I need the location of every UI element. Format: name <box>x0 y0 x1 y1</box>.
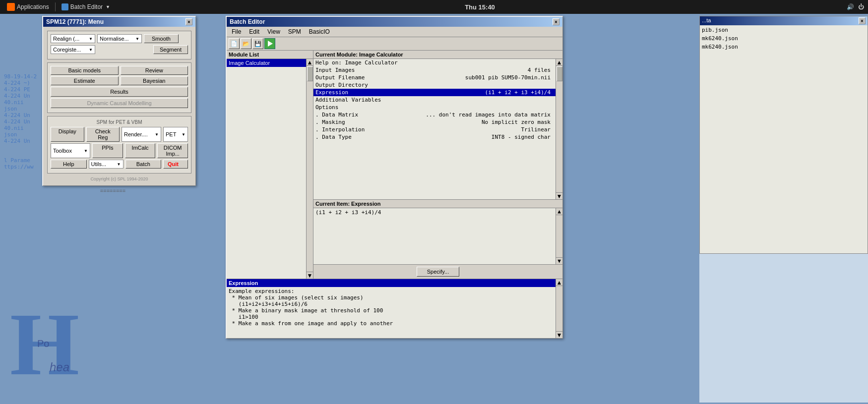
pet-row-3: Help Utils... ▼ Batch Quit <box>51 160 188 169</box>
dicom-button[interactable]: DICOM Imp... <box>157 143 188 158</box>
menu-basicio[interactable]: BasicIO <box>307 28 332 36</box>
render-dropdown[interactable]: Render.... ▼ <box>122 127 161 142</box>
prop-row-options[interactable]: Options <box>313 104 562 111</box>
dynamic-causal-button[interactable]: Dynamic Causal Modelling <box>51 98 188 108</box>
prop-row-data-matrix[interactable]: . Data Matrix ... don't read images into… <box>313 111 562 118</box>
separator-line: ======== <box>4 188 222 194</box>
batch-main-content: Module List Image Calculator ▲ ▼ Current… <box>227 51 562 279</box>
toolbox-dropdown[interactable]: Toolbox ▼ <box>51 143 90 158</box>
prop-row-output-dir[interactable]: Output Directory <box>313 81 562 89</box>
taskbar-left: Applications Batch Editor ▼ <box>4 2 113 12</box>
props-scrollbar[interactable]: ▲ ▼ <box>556 59 562 199</box>
help-scrollbar-down[interactable]: ▼ <box>556 331 562 338</box>
prop-value-interpolation: Trilinear <box>405 126 560 133</box>
current-module-title: Current Module: Image Calculator <box>313 51 562 59</box>
volume-icon[interactable]: 🔊 <box>847 3 854 10</box>
help-button[interactable]: Help <box>51 160 87 169</box>
model-row-1: Basic models Review <box>51 66 188 75</box>
applications-menu[interactable]: Applications <box>4 2 52 12</box>
estimate-button[interactable]: Estimate <box>51 76 119 85</box>
scrollbar-down-button[interactable]: ▼ <box>307 272 313 279</box>
help-panel-scrollbar[interactable]: ▲ ▼ <box>556 279 562 338</box>
scrollbar-up-button[interactable]: ▲ <box>307 59 313 66</box>
spm-menu-close[interactable]: × <box>186 18 192 25</box>
coregister-label: Coregiste... <box>53 47 81 53</box>
prop-label-help: Help on: Image Calculator <box>315 59 405 66</box>
check-reg-button[interactable]: Check Reg <box>86 127 120 142</box>
module-list-scroll[interactable]: Image Calculator ▲ ▼ <box>227 59 313 279</box>
pet-arrow-icon: ▼ <box>182 132 186 137</box>
smooth-button[interactable]: Smooth <box>144 34 179 43</box>
prop-label-options: Options <box>315 104 405 111</box>
power-icon[interactable]: ⏻ <box>858 3 864 10</box>
normalise-dropdown[interactable]: Normalise... ▼ <box>97 34 142 43</box>
normalise-label: Normalise... <box>100 36 129 42</box>
taskbar-divider <box>55 2 56 11</box>
menu-file[interactable]: File <box>230 28 243 36</box>
scrollbar-thumb[interactable] <box>307 66 313 81</box>
spm-pet-section: SPM for PET & VBM Display Check Reg Rend… <box>47 116 191 173</box>
toolbar-open-button[interactable]: 📂 <box>241 38 251 49</box>
props-scrollbar-thumb[interactable] <box>557 66 562 81</box>
menu-edit[interactable]: Edit <box>247 28 261 36</box>
batch-toolbar: 📄 📂 💾 <box>227 37 562 51</box>
segment-button[interactable]: Segment <box>153 45 188 54</box>
specify-button[interactable]: Specify... <box>417 267 459 277</box>
taskbar: Applications Batch Editor ▼ Thu 15:40 🔊 … <box>0 0 868 14</box>
current-item-scrollbar-top[interactable]: ▲ <box>556 208 562 236</box>
taskbar-time: Thu 15:40 <box>465 3 495 11</box>
realign-dropdown[interactable]: Realign (... ▼ <box>51 34 95 43</box>
item-scrollbar-down[interactable]: ▼ <box>556 257 562 264</box>
toolbar-save-button[interactable]: 💾 <box>252 38 263 49</box>
batch-editor-taskbar[interactable]: Batch Editor ▼ <box>59 2 113 11</box>
prop-row-input-images[interactable]: Input Images 4 files <box>313 66 562 74</box>
current-item-scrollbar-bottom[interactable]: ▼ <box>556 236 562 265</box>
batch-editor-title: Batch Editor <box>230 18 265 25</box>
menu-view[interactable]: View <box>265 28 282 36</box>
module-list-panel: Module List Image Calculator ▲ ▼ <box>227 51 313 279</box>
props-scrollbar-up[interactable]: ▲ <box>556 59 562 66</box>
spm-menu-window: SPM12 (7771): Menu × Realign (... ▼ Norm… <box>42 16 196 186</box>
ppis-button[interactable]: PPIs <box>92 143 123 158</box>
right-panel-window: ...ta × pib.json mk6240.json mk6240.json <box>699 16 868 254</box>
prop-row-help[interactable]: Help on: Image Calculator <box>313 59 562 66</box>
props-scrollbar-down[interactable]: ▼ <box>556 192 562 199</box>
prop-row-expression[interactable]: Expression (i1 + i2 + i3 +i4)/4 <box>313 89 562 96</box>
results-button[interactable]: Results <box>51 87 188 97</box>
module-list-scrollbar[interactable]: ▲ ▼ <box>306 59 313 279</box>
quit-button[interactable]: Quit <box>163 160 188 169</box>
realign-label: Realign (... <box>53 36 79 42</box>
menu-spm[interactable]: SPM <box>286 28 303 36</box>
toolbar-run-button[interactable] <box>264 38 275 49</box>
help-scrollbar-up[interactable]: ▲ <box>556 279 562 286</box>
utils-dropdown[interactable]: Utils... ▼ <box>89 160 124 169</box>
coregister-dropdown[interactable]: Coregiste... ▼ <box>51 45 95 54</box>
module-item-image-calculator[interactable]: Image Calculator <box>227 59 313 67</box>
prop-row-output-filename[interactable]: Output Filename sub001 pib SUM50-70min.n… <box>313 74 562 81</box>
prop-row-masking[interactable]: . Masking No implicit zero mask <box>313 118 562 126</box>
prop-row-additional-vars[interactable]: Additional Variables <box>313 96 562 104</box>
batch-button[interactable]: Batch <box>125 160 162 169</box>
batch-editor-label: Batch Editor <box>70 3 103 10</box>
pet-row-2: Toolbox ▼ PPIs ImCalc DICOM Imp... <box>51 143 188 158</box>
pet-dropdown[interactable]: PET ▼ <box>163 127 188 142</box>
review-button[interactable]: Review <box>121 66 188 75</box>
display-button[interactable]: Display <box>51 127 84 142</box>
item-scrollbar-up[interactable]: ▲ <box>556 208 562 215</box>
spm-menu-body: Realign (... ▼ Normalise... ▼ Smooth Cor… <box>43 27 195 185</box>
imcalc-button[interactable]: ImCalc <box>125 143 156 158</box>
right-panel-close[interactable]: × <box>859 17 866 24</box>
toolbar-new-button[interactable]: 📄 <box>229 38 240 49</box>
prop-label-input: Input Images <box>315 67 405 73</box>
prop-value-data-type: INT8 - signed char <box>405 134 560 140</box>
prop-label-data-matrix: . Data Matrix <box>315 112 405 118</box>
prop-row-interpolation[interactable]: . Interpolation Trilinear <box>313 126 562 133</box>
bayesian-button[interactable]: Bayesian <box>121 76 188 85</box>
spm-row-1: Realign (... ▼ Normalise... ▼ Smooth <box>51 34 188 43</box>
batch-editor-close[interactable]: × <box>553 18 559 25</box>
help-line-6: * Make a mask from one image and apply t… <box>229 320 560 327</box>
prop-row-data-type[interactable]: . Data Type INT8 - signed char <box>313 133 562 141</box>
help-line-3: (i1+i2+i3+i4+i5+i6)/6 <box>229 301 560 307</box>
current-item-title: Current Item: Expression <box>313 200 562 208</box>
basic-models-button[interactable]: Basic models <box>51 66 119 75</box>
